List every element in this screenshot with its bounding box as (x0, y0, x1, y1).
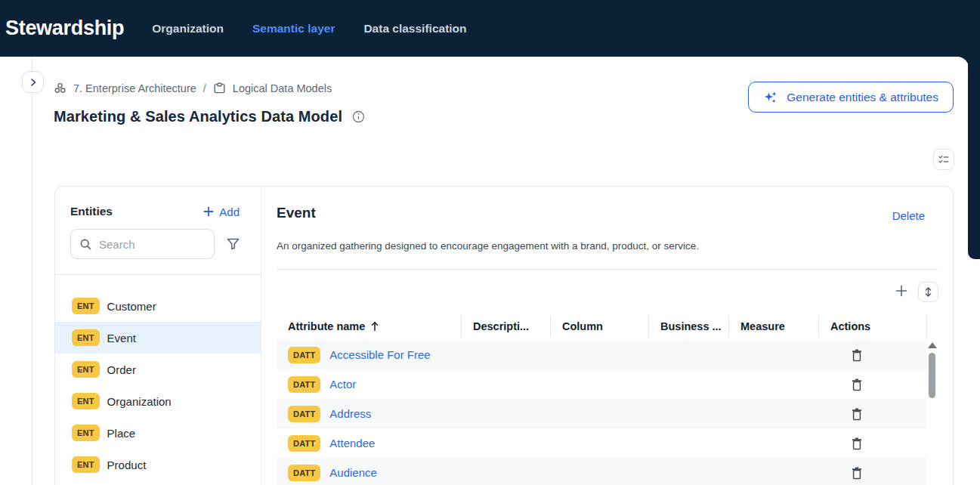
attribute-type-badge: DATT (288, 406, 320, 422)
column-header-actions[interactable]: Actions (819, 316, 927, 337)
entity-name: Organization (107, 395, 172, 408)
title-row: Marketing & Sales Analytics Data Model (54, 108, 365, 125)
up-down-arrows-icon (923, 286, 933, 298)
table-row: DATT Actor (277, 369, 927, 399)
entity-item-product[interactable]: ENT Product (55, 449, 261, 480)
entity-detail-title: Event (277, 205, 316, 221)
entity-name: Event (107, 332, 136, 344)
breadcrumb-item-models[interactable]: Logical Data Models (233, 82, 332, 94)
scrollbar-thumb[interactable] (929, 353, 935, 398)
column-header-attribute-name[interactable]: Attribute name (277, 316, 462, 337)
collapsed-right-panel-strip (968, 57, 980, 259)
attributes-table-header: Attribute name Descripti... Column Busin… (277, 316, 927, 337)
table-row: DATT Attendee (277, 428, 927, 458)
table-row: DATT Audience (277, 458, 927, 485)
trash-icon (851, 348, 863, 362)
add-entity-label: Add (219, 205, 240, 218)
expand-sidebar-button[interactable] (22, 71, 44, 93)
entity-item-customer[interactable]: ENT Customer (55, 290, 261, 322)
delete-attribute-button[interactable] (851, 466, 863, 480)
entity-item-place[interactable]: ENT Place (55, 417, 261, 449)
delete-attribute-button[interactable] (851, 407, 863, 421)
sidebar-divider (32, 57, 32, 485)
column-header-business[interactable]: Business ... (649, 316, 729, 337)
delete-attribute-button[interactable] (851, 378, 863, 391)
table-row: DATT Address (277, 399, 927, 428)
page-title: Marketing & Sales Analytics Data Model (54, 108, 342, 125)
info-icon[interactable] (352, 110, 365, 123)
attribute-type-badge: DATT (288, 376, 320, 393)
attribute-type-badge: DATT (288, 465, 320, 481)
attribute-type-badge: DATT (288, 347, 320, 363)
breadcrumb: 7. Enterprise Architecture / Logical Dat… (54, 82, 332, 94)
entity-type-badge: ENT (72, 393, 100, 409)
generate-entities-label: Generate entities & attributes (787, 91, 938, 104)
card-corner-backdrop (954, 57, 969, 71)
data-model-card: Entities Add (54, 186, 954, 485)
entity-search-input[interactable] (99, 238, 206, 251)
customize-view-button[interactable] (933, 149, 954, 170)
top-nav: Stewardship Organization Semantic layer … (0, 0, 980, 57)
entity-name: Product (107, 459, 147, 471)
attribute-link[interactable]: Actor (329, 378, 356, 391)
breadcrumb-item-domain[interactable]: 7. Enterprise Architecture (73, 82, 196, 94)
trash-icon (851, 437, 863, 450)
attribute-link[interactable]: Attendee (329, 437, 375, 449)
checklist-icon (938, 153, 950, 165)
column-header-column[interactable]: Column (551, 316, 649, 337)
filter-icon[interactable] (227, 238, 240, 250)
search-icon (79, 238, 92, 251)
trash-icon (851, 378, 863, 391)
detail-divider (277, 269, 938, 270)
tab-data-classification[interactable]: Data classification (363, 22, 466, 36)
entity-item-order[interactable]: ENT Order (55, 354, 261, 385)
breadcrumb-separator: / (203, 82, 206, 94)
app-title: Stewardship (5, 17, 124, 40)
reorder-attributes-button[interactable] (918, 282, 938, 302)
entity-search (70, 229, 215, 259)
entity-item-event[interactable]: ENT Event (55, 322, 261, 354)
delete-attribute-button[interactable] (851, 437, 863, 450)
sort-ascending-icon (370, 321, 379, 332)
generate-entities-button[interactable]: Generate entities & attributes (748, 82, 954, 113)
table-scrollbar (927, 340, 937, 485)
scroll-up-arrow[interactable] (928, 342, 937, 348)
trash-icon (851, 407, 863, 421)
tab-organization[interactable]: Organization (152, 22, 224, 36)
domain-icon (54, 82, 66, 94)
attribute-type-badge: DATT (288, 435, 320, 452)
entity-item-organization[interactable]: ENT Organization (55, 385, 261, 417)
sparkles-icon (763, 90, 778, 105)
data-model-icon (213, 82, 226, 94)
entity-type-badge: ENT (72, 456, 100, 473)
tab-semantic-layer[interactable]: Semantic layer (252, 22, 335, 36)
attributes-table-body: DATT Accessible For Free DATT (277, 340, 953, 485)
column-header-description[interactable]: Descripti... (462, 316, 551, 337)
table-row: DATT Accessible For Free (277, 340, 927, 369)
delete-entity-button[interactable]: Delete (892, 209, 925, 222)
entity-type-badge: ENT (72, 298, 100, 314)
entity-type-badge: ENT (72, 425, 100, 441)
app-root: Stewardship Organization Semantic layer … (0, 0, 980, 485)
entity-type-badge: ENT (72, 329, 100, 346)
plus-icon (895, 285, 907, 297)
delete-attribute-button[interactable] (851, 348, 863, 362)
entities-panel-title: Entities (70, 205, 113, 218)
top-nav-tabs: Organization Semantic layer Data classif… (152, 22, 466, 36)
add-entity-button[interactable]: Add (203, 205, 240, 218)
plus-icon (203, 206, 214, 217)
attribute-link[interactable]: Audience (329, 466, 377, 479)
entity-name: Customer (107, 300, 156, 313)
entity-description: An organized gathering designed to encou… (277, 240, 923, 252)
entity-name: Order (107, 363, 136, 376)
entity-name: Place (107, 427, 136, 440)
entity-type-badge: ENT (72, 361, 100, 378)
column-header-measure[interactable]: Measure (729, 316, 819, 337)
chevron-right-icon (29, 78, 38, 87)
trash-icon (851, 466, 863, 480)
entity-detail-panel: Event Delete An organized gathering desi… (261, 187, 953, 485)
add-attribute-button[interactable] (894, 283, 909, 298)
attribute-link[interactable]: Accessible For Free (329, 348, 430, 361)
attribute-link[interactable]: Address (329, 407, 371, 420)
entities-list: ENT Customer ENT Event ENT Order ENT Org… (55, 275, 261, 480)
